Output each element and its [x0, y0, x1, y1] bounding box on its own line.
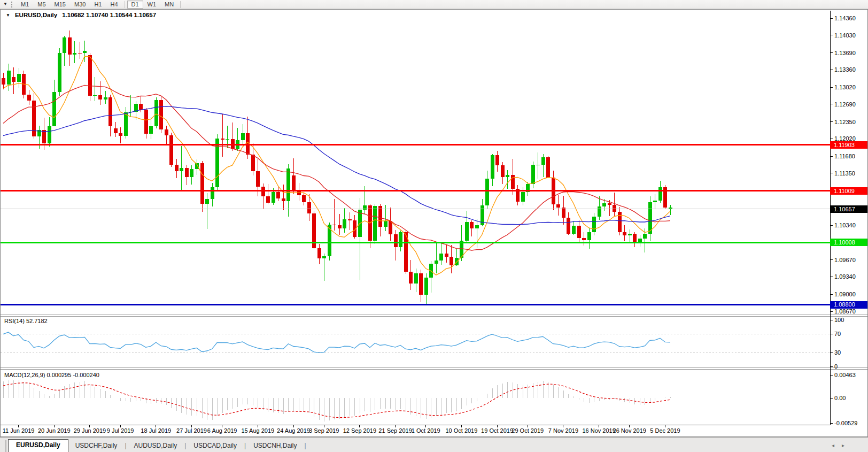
timeframe-h1-button[interactable]: H1 — [90, 1, 106, 9]
svg-text:1.09000: 1.09000 — [834, 291, 856, 297]
macd-signal-line — [3, 383, 670, 418]
svg-text:1.11903: 1.11903 — [834, 142, 855, 148]
svg-text:1.14360: 1.14360 — [834, 15, 856, 21]
tab-usdcnh[interactable]: USDCNH,Daily — [246, 440, 304, 452]
svg-text:1.13690: 1.13690 — [834, 50, 856, 56]
svg-text:30: 30 — [834, 349, 841, 356]
tab-usdcad[interactable]: USDCAD,Daily — [187, 440, 244, 452]
timeframe-m1-button[interactable]: M1 — [17, 1, 33, 9]
svg-text:1.12350: 1.12350 — [834, 119, 856, 125]
svg-text:7 Nov 2019: 7 Nov 2019 — [548, 427, 578, 434]
svg-text:100: 100 — [834, 317, 844, 323]
timeframe-m30-button[interactable]: M30 — [70, 1, 90, 9]
svg-text:29 Oct 2019: 29 Oct 2019 — [511, 427, 544, 434]
svg-text:12 Sep 2019: 12 Sep 2019 — [343, 427, 376, 434]
svg-text:70: 70 — [834, 331, 841, 337]
tab-bar-grip[interactable] — [0, 440, 6, 452]
timeframe-buttons: M1M5M15M30H1H4D1W1MN — [17, 1, 183, 9]
toolbar-separator — [125, 1, 125, 8]
rsi-indicator-label: RSI(14) 52.7182 — [4, 318, 48, 324]
svg-text:16 Nov 2019: 16 Nov 2019 — [582, 427, 615, 434]
svg-text:26 Nov 2019: 26 Nov 2019 — [613, 427, 646, 434]
svg-text:1.10008: 1.10008 — [834, 239, 855, 246]
tab-scroll-right-icon[interactable]: ▸ — [842, 442, 844, 448]
svg-text:3 Sep 2019: 3 Sep 2019 — [309, 427, 339, 434]
macd-indicator-label: MACD(12,26,9) 0.000295 -0.000240 — [4, 372, 99, 378]
chart-tabs: EURUSD,DailyUSDCHF,Daily|AUDUSD,Daily|US… — [8, 439, 307, 452]
svg-text:1.09670: 1.09670 — [834, 257, 856, 263]
tab-usdchf[interactable]: USDCHF,Daily — [68, 440, 125, 452]
timeframe-toolbar: ▼ M1M5M15M30H1H4D1W1MN — [0, 0, 868, 9]
svg-text:18 Jul 2019: 18 Jul 2019 — [141, 427, 171, 434]
svg-text:24 Aug 2019: 24 Aug 2019 — [277, 427, 310, 434]
svg-text:1.12690: 1.12690 — [834, 101, 856, 108]
svg-text:1.10657: 1.10657 — [834, 206, 855, 212]
svg-text:-0.00529: -0.00529 — [834, 420, 857, 426]
toolbar-separator — [180, 1, 181, 8]
svg-text:1.13020: 1.13020 — [834, 84, 856, 90]
timeframe-mn-button[interactable]: MN — [160, 1, 178, 9]
svg-text:1.10340: 1.10340 — [834, 222, 856, 228]
chart-window: 1.143601.140301.136901.133601.130201.126… — [0, 9, 868, 437]
candles — [2, 30, 672, 305]
tab-scroll-left-icon[interactable]: ◂ — [832, 442, 834, 448]
svg-text:1.14030: 1.14030 — [834, 32, 856, 39]
chart-title: ▼ EURUSD,Daily 1.10682 1.10740 1.10544 1… — [6, 12, 156, 18]
timeframe-d1-button[interactable]: D1 — [127, 1, 143, 9]
tab-eurusd[interactable]: EURUSD,Daily — [8, 439, 68, 452]
timeframe-m15-button[interactable]: M15 — [50, 1, 70, 9]
timeframe-m5-button[interactable]: M5 — [33, 1, 50, 9]
svg-text:0: 0 — [834, 363, 838, 370]
price-axis: 1.143601.140301.136901.133601.130201.126… — [830, 15, 856, 315]
svg-text:0.00: 0.00 — [834, 395, 846, 401]
svg-text:1.13360: 1.13360 — [834, 66, 856, 73]
svg-text:6 Aug 2019: 6 Aug 2019 — [207, 427, 237, 434]
svg-text:1.11009: 1.11009 — [834, 188, 855, 194]
svg-text:1.12020: 1.12020 — [834, 135, 856, 142]
svg-text:1 Oct 2019: 1 Oct 2019 — [412, 427, 440, 434]
svg-text:0.00463: 0.00463 — [834, 372, 856, 378]
rsi-panel: 10070300 — [1, 317, 844, 370]
svg-text:29 Jun 2019: 29 Jun 2019 — [74, 427, 106, 434]
svg-text:1.08800: 1.08800 — [834, 301, 855, 308]
chart-title-dropdown-icon[interactable]: ▼ — [6, 13, 10, 18]
time-axis: 11 Jun 201920 Jun 201929 Jun 20199 Jul 2… — [3, 425, 680, 434]
svg-text:11 Jun 2019: 11 Jun 2019 — [3, 427, 35, 434]
svg-text:1.08670: 1.08670 — [834, 308, 856, 315]
chart-symbol-period: EURUSD,Daily — [15, 12, 57, 18]
chart-canvas[interactable]: 1.143601.140301.136901.133601.130201.126… — [1, 10, 867, 436]
rsi-line — [3, 332, 670, 353]
svg-text:19 Oct 2019: 19 Oct 2019 — [481, 427, 513, 434]
chart-list-dropdown-icon[interactable]: ▼ — [2, 1, 9, 8]
chart-ohlc-values: 1.10682 1.10740 1.10544 1.10657 — [62, 12, 156, 18]
svg-text:21 Sep 2019: 21 Sep 2019 — [378, 427, 412, 434]
tab-separator: | — [304, 440, 306, 452]
svg-text:1.11350: 1.11350 — [834, 170, 855, 177]
svg-text:20 Jun 2019: 20 Jun 2019 — [38, 427, 71, 434]
ma-slow-line — [3, 106, 670, 225]
toolbar-grip[interactable] — [11, 2, 13, 7]
svg-text:15 Aug 2019: 15 Aug 2019 — [241, 427, 274, 434]
svg-text:9 Jul 2019: 9 Jul 2019 — [107, 427, 134, 434]
svg-text:1.09340: 1.09340 — [834, 273, 856, 280]
tab-audusd[interactable]: AUDUSD,Daily — [127, 440, 184, 452]
timeframe-w1-button[interactable]: W1 — [143, 1, 161, 9]
svg-text:1.11680: 1.11680 — [834, 153, 855, 159]
svg-text:27 Jul 2019: 27 Jul 2019 — [176, 427, 207, 434]
macd-panel: 0.004630.00-0.00529 — [3, 372, 857, 426]
svg-text:10 Oct 2019: 10 Oct 2019 — [445, 427, 477, 434]
svg-text:5 Dec 2019: 5 Dec 2019 — [650, 427, 680, 434]
timeframe-h4-button[interactable]: H4 — [106, 1, 122, 9]
chart-tab-bar: EURUSD,DailyUSDCHF,Daily|AUDUSD,Daily|US… — [0, 437, 868, 452]
